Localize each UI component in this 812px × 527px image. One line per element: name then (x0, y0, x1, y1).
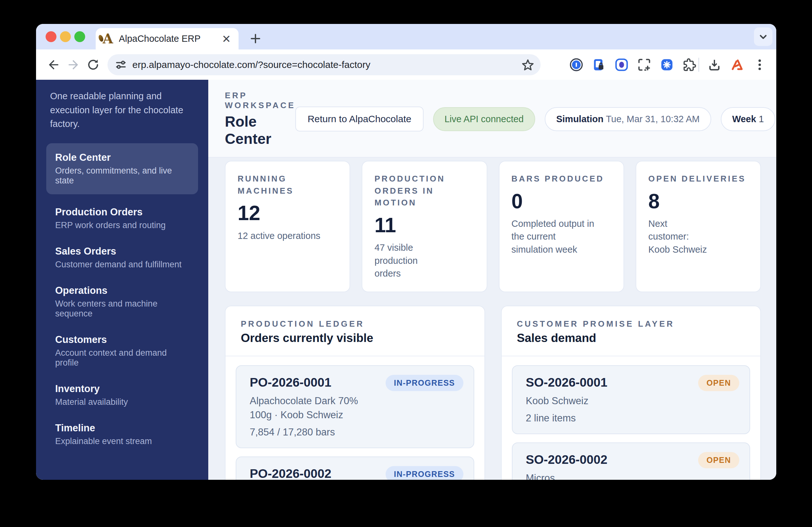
status-badge: OPEN (698, 375, 739, 391)
minimize-window-button[interactable] (60, 31, 71, 42)
browser-toolbar: erp.alpamayo-chocolate.com/?source=choco… (36, 49, 776, 80)
alpamayo-a-icon[interactable] (730, 58, 744, 72)
sidebar-item-customers[interactable]: Customers Account context and demand pro… (46, 334, 198, 368)
toolbar-right-group (707, 58, 767, 72)
kpi-subtext: 12 active operations (237, 229, 337, 242)
panel-eyebrow: PRODUCTION LEDGER (241, 319, 469, 329)
simulation-label: Simulation (556, 114, 604, 124)
status-badge: IN-PROGRESS (386, 466, 463, 480)
new-tab-button[interactable] (246, 29, 265, 48)
address-bar[interactable]: erp.alpamayo-chocolate.com/?source=choco… (107, 54, 540, 75)
extensions-row (569, 58, 697, 72)
simulation-time: Tue, Mar 31, 10:32 AM (604, 114, 699, 124)
sidebar-item-label: Operations (55, 285, 189, 296)
kpi-bars-produced: BARS PRODUCED 0 Completed output in the … (499, 161, 624, 292)
page-title: Role Center (225, 113, 295, 147)
puzzle-extensions-icon[interactable] (682, 58, 697, 72)
sidebar-item-timeline[interactable]: Timeline Explainable event stream (46, 422, 198, 446)
sidebar-item-sub: Explainable event stream (55, 437, 189, 446)
week-value: 1 (756, 114, 764, 124)
workspace-eyebrow: ERP WORKSPACE (225, 90, 295, 110)
reload-button[interactable] (83, 55, 103, 75)
kpi-label: PRODUCTION ORDERS IN MOTION (374, 173, 474, 209)
week-pill: Week 1 (721, 107, 775, 131)
status-badge: IN-PROGRESS (386, 375, 463, 391)
panel-title: Orders currently visible (241, 331, 469, 345)
tab-close-icon[interactable]: ✕ (221, 33, 232, 44)
production-ledger-panel: PRODUCTION LEDGER Orders currently visib… (225, 305, 485, 480)
sidebar-item-label: Sales Orders (55, 246, 189, 257)
panels-row: PRODUCTION LEDGER Orders currently visib… (225, 305, 761, 480)
desktop-background: A AlpaChocolate ERP ✕ (0, 0, 812, 527)
order-customer: Koob Schweiz (526, 394, 738, 408)
production-order-item[interactable]: PO-2026-0001 IN-PROGRESS Alpachocolate D… (236, 365, 474, 448)
kpi-label: BARS PRODUCED (511, 173, 611, 185)
sidebar-item-label: Role Center (55, 152, 189, 163)
sunburst-extension-icon[interactable] (660, 58, 674, 72)
back-button[interactable] (44, 55, 63, 75)
panel-title: Sales demand (517, 331, 745, 345)
sidebar-item-sub: ERP work orders and routing (55, 220, 189, 230)
toolbar-divider (698, 58, 699, 72)
sidebar-item-inventory[interactable]: Inventory Material availability (46, 383, 198, 407)
bookmark-star-icon[interactable] (521, 58, 535, 72)
sales-demand-header: CUSTOMER PROMISE LAYER Sales demand (502, 306, 760, 356)
alpachocolate-favicon-icon: A (103, 32, 113, 46)
browser-tab[interactable]: A AlpaChocolate ERP ✕ (96, 28, 238, 49)
sidebar-item-operations[interactable]: Operations Work centers and machine sequ… (46, 285, 198, 319)
back-icon (46, 58, 61, 72)
download-icon[interactable] (707, 58, 722, 72)
sidebar-item-sub: Account context and demand profile (55, 348, 189, 368)
kpi-subtext: Next customer: Koob Schweiz (648, 217, 748, 256)
workspace-header: ERP WORKSPACE Role Center Return to Alpa… (208, 80, 776, 158)
sales-order-item[interactable]: SO-2026-0001 OPEN Koob Schweiz 2 line it… (512, 365, 751, 434)
page-content: One readable planning and execution laye… (36, 80, 776, 480)
url-text[interactable]: erp.alpamayo-chocolate.com/?source=choco… (132, 59, 521, 70)
kpi-production-orders-in-motion: PRODUCTION ORDERS IN MOTION 11 47 visibl… (362, 161, 487, 292)
production-order-item[interactable]: PO-2026-0002 IN-PROGRESS Alpachocolate M… (236, 456, 474, 480)
kebab-menu-icon[interactable] (753, 58, 767, 72)
sales-order-list: SO-2026-0001 OPEN Koob Schweiz 2 line it… (502, 356, 760, 480)
onepassword-icon[interactable] (569, 58, 583, 72)
return-button[interactable]: Return to AlpaChocolate (295, 106, 423, 131)
chevron-down-icon (757, 30, 770, 43)
forward-button[interactable] (63, 55, 83, 75)
kpi-label: OPEN DELIVERIES (648, 173, 748, 185)
sidebar-item-sales-orders[interactable]: Sales Orders Customer demand and fulfill… (46, 246, 198, 270)
privacy-lock-icon[interactable] (592, 58, 606, 72)
order-lines: 2 line items (526, 412, 738, 424)
kpi-subtext: Completed output in the current simulati… (511, 217, 611, 256)
kpi-subtext: 47 visible production orders (374, 241, 474, 280)
production-ledger-header: PRODUCTION LEDGER Orders currently visib… (226, 306, 484, 356)
sales-order-item[interactable]: SO-2026-0002 OPEN Micros 2 line items (512, 442, 751, 480)
production-order-list: PO-2026-0001 IN-PROGRESS Alpachocolate D… (226, 356, 484, 480)
week-label: Week (732, 114, 756, 124)
sidebar-tagline: One readable planning and execution laye… (46, 89, 198, 131)
sidebar-item-label: Production Orders (55, 206, 189, 218)
tab-title: AlpaChocolate ERP (119, 33, 217, 44)
forward-icon (66, 58, 81, 72)
kpi-value: 0 (511, 191, 611, 212)
site-settings-tune-icon[interactable] (115, 58, 127, 71)
kpi-row: RUNNING MACHINES 12 12 active operations… (225, 161, 761, 292)
close-window-button[interactable] (46, 31, 56, 42)
zoom-window-button[interactable] (74, 31, 85, 42)
oval-extension-icon[interactable] (614, 58, 628, 72)
header-actions: Return to AlpaChocolate Live API connect… (295, 106, 775, 131)
workspace-title-block: ERP WORKSPACE Role Center (225, 90, 295, 147)
kpi-value: 8 (648, 191, 748, 212)
sidebar-item-production-orders[interactable]: Production Orders ERP work orders and ro… (46, 206, 198, 230)
sidebar-item-role-center[interactable]: Role Center Orders, commitments, and liv… (46, 143, 198, 194)
reload-icon (86, 58, 100, 72)
plus-icon (248, 32, 262, 46)
order-description: Alpachocolate Dark 70% 100g · Koob Schwe… (250, 394, 462, 422)
order-progress: 7,854 / 17,280 bars (250, 427, 462, 438)
kpi-value: 12 (237, 202, 337, 224)
sales-demand-panel: CUSTOMER PROMISE LAYER Sales demand SO-2… (501, 305, 761, 480)
screenshot-crop-icon[interactable] (637, 58, 651, 72)
kpi-value: 11 (374, 215, 474, 236)
tab-overview-button[interactable] (754, 27, 772, 46)
kpi-open-deliveries: OPEN DELIVERIES 8 Next customer: Koob Sc… (636, 161, 761, 292)
sidebar-item-label: Customers (55, 334, 189, 345)
main-area: ERP WORKSPACE Role Center Return to Alpa… (208, 80, 776, 480)
